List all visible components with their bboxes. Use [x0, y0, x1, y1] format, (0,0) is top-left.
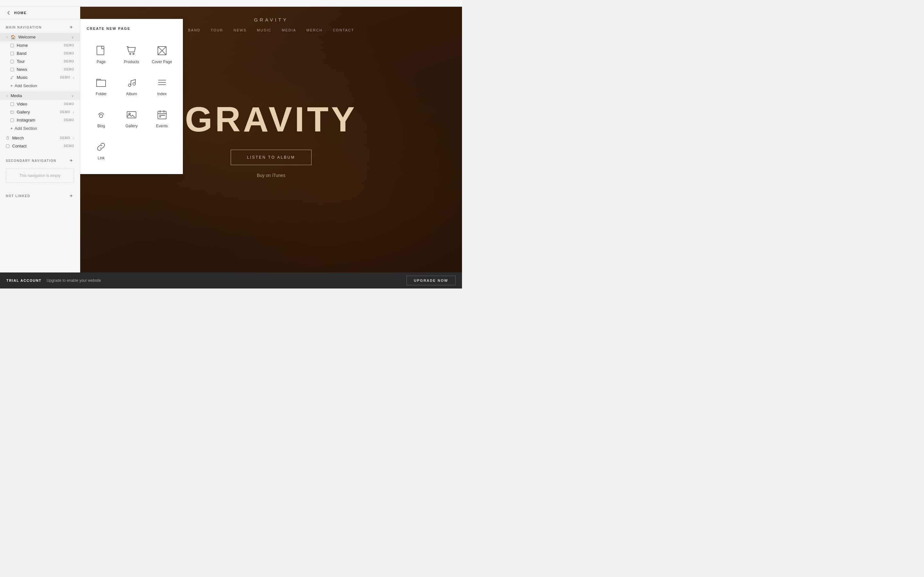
nav-item-video-label: Video	[17, 102, 60, 106]
nav-item-home[interactable]: Home DEMO	[0, 41, 80, 49]
modal-item-gallery[interactable]: Gallery	[117, 102, 146, 133]
merch-icon	[6, 136, 10, 140]
content-area: GRAVITY BAND TOUR NEWS MUSIC MEDIA MERCH…	[80, 7, 462, 272]
nav-item-contact-label: Contact	[12, 143, 60, 148]
modal-item-cover-label: Cover Page	[152, 60, 172, 64]
add-section-plus-icon: +	[10, 83, 13, 88]
svg-rect-2	[11, 60, 14, 63]
secondary-nav-section: SECONDARY NAVIGATION + This navigation i…	[0, 153, 80, 188]
home-label: HOME	[14, 11, 27, 15]
nav-item-contact[interactable]: Contact DEMO	[0, 142, 80, 150]
blog-icon	[95, 108, 107, 121]
svg-rect-9	[6, 145, 9, 148]
modal-item-album[interactable]: Album	[117, 70, 146, 101]
main-nav-section: MAIN NAVIGATION + ≡ 🏠 Welcome ∨ Home DEM…	[0, 19, 80, 153]
nav-item-video-demo: DEMO	[64, 102, 74, 106]
nav-item-tour-label: Tour	[17, 59, 60, 64]
nav-item-merch[interactable]: Merch DEMO ›	[0, 134, 80, 142]
nav-item-instagram[interactable]: Instagram DEMO	[0, 116, 80, 124]
back-arrow-icon	[6, 11, 11, 15]
nav-item-gallery-demo: DEMO	[60, 110, 70, 114]
modal-item-gallery-label: Gallery	[126, 124, 137, 128]
nav-item-band-demo: DEMO	[64, 52, 74, 55]
modal-item-link[interactable]: Link	[87, 134, 116, 165]
modal-item-cover[interactable]: Cover Page	[147, 38, 176, 69]
nav-item-gallery[interactable]: Gallery DEMO ›	[0, 108, 80, 116]
top-bar	[0, 0, 462, 7]
nav-item-video[interactable]: Video DEMO	[0, 100, 80, 108]
secondary-nav-add-button[interactable]: +	[68, 158, 74, 163]
svg-rect-6	[11, 111, 14, 113]
home-page-icon: 🏠	[11, 35, 16, 39]
page-icon	[10, 68, 14, 71]
nav-item-band[interactable]: Band DEMO	[0, 49, 80, 57]
modal-item-blog[interactable]: Blog	[87, 102, 116, 133]
svg-rect-31	[160, 116, 161, 117]
drag-icon: ≡	[6, 35, 8, 39]
nav-item-gallery-label: Gallery	[17, 110, 56, 114]
nav-item-news-label: News	[17, 67, 60, 72]
add-section-media[interactable]: + Add Section	[0, 124, 80, 133]
main-nav-add-button[interactable]: +	[68, 24, 74, 30]
svg-point-7	[11, 111, 12, 112]
page-icon	[95, 44, 107, 57]
nav-item-contact-demo: DEMO	[64, 144, 74, 148]
modal-item-blog-label: Blog	[97, 124, 105, 128]
modal-item-folder-label: Folder	[95, 92, 107, 96]
nav-item-instagram-demo: DEMO	[64, 118, 74, 122]
modal-title: CREATE NEW PAGE	[87, 27, 176, 31]
nav-group-welcome-header[interactable]: ≡ 🏠 Welcome ∨	[0, 33, 80, 41]
nav-item-music[interactable]: Music DEMO ›	[0, 73, 80, 81]
media-chevron-icon: ∨	[71, 93, 74, 98]
index-icon	[156, 76, 168, 89]
svg-point-12	[133, 53, 134, 55]
album-icon	[125, 76, 138, 89]
page-icon	[6, 144, 10, 148]
nav-item-band-label: Band	[17, 51, 60, 56]
svg-rect-10	[97, 46, 104, 55]
nav-item-music-label: Music	[17, 75, 56, 80]
nav-item-news[interactable]: News DEMO	[0, 65, 80, 73]
upgrade-button[interactable]: UPGRADE NOW	[407, 276, 456, 285]
svg-point-17	[133, 83, 136, 85]
preview-sub-link[interactable]: Buy on iTunes	[257, 173, 286, 178]
modal-item-page[interactable]: Page	[87, 38, 116, 69]
welcome-chevron-icon: ∨	[71, 35, 74, 39]
home-button[interactable]: HOME	[0, 7, 80, 19]
svg-point-21	[99, 114, 103, 118]
not-linked-add-button[interactable]: +	[68, 193, 74, 199]
secondary-nav-header: SECONDARY NAVIGATION +	[0, 158, 80, 166]
add-section-label: Add Section	[15, 83, 37, 88]
modal-item-folder[interactable]: Folder	[87, 70, 116, 101]
media-label: Media	[11, 93, 69, 98]
svg-rect-0	[11, 44, 14, 47]
add-section-main[interactable]: + Add Section	[0, 81, 80, 90]
not-linked-title: NOT LINKED	[6, 194, 30, 198]
modal-item-events[interactable]: Events	[147, 102, 176, 133]
nav-item-merch-label: Merch	[12, 135, 56, 140]
modal-item-products-label: Products	[124, 60, 139, 64]
create-page-modal: CREATE NEW PAGE Page	[80, 19, 183, 174]
preview-cta-button[interactable]: LISTEN TO ALBUM	[231, 150, 312, 165]
drag-icon: ≡	[6, 93, 8, 98]
not-linked-section: NOT LINKED +	[0, 188, 80, 204]
nav-item-tour[interactable]: Tour DEMO	[0, 57, 80, 65]
bottom-bar: TRIAL ACCOUNT Upgrade to enable your web…	[0, 272, 462, 288]
nav-item-merch-demo: DEMO	[60, 136, 70, 140]
svg-point-11	[129, 53, 131, 55]
welcome-label: Welcome	[18, 35, 69, 39]
add-section-label: Add Section	[15, 126, 37, 131]
modal-item-page-label: Page	[97, 60, 105, 64]
gallery-modal-icon	[125, 108, 138, 121]
merch-chevron-icon: ›	[73, 136, 74, 140]
link-icon	[95, 140, 107, 153]
page-icon	[10, 102, 14, 106]
modal-item-link-label: Link	[97, 156, 105, 160]
svg-rect-8	[11, 119, 14, 122]
preview-hero-title: GRAVITY	[185, 102, 357, 137]
nav-group-media-header[interactable]: ≡ Media ∨	[0, 91, 80, 100]
page-icon	[10, 52, 14, 55]
modal-item-index[interactable]: Index	[147, 70, 176, 101]
music-page-icon	[10, 76, 14, 79]
modal-item-products[interactable]: Products	[117, 38, 146, 69]
